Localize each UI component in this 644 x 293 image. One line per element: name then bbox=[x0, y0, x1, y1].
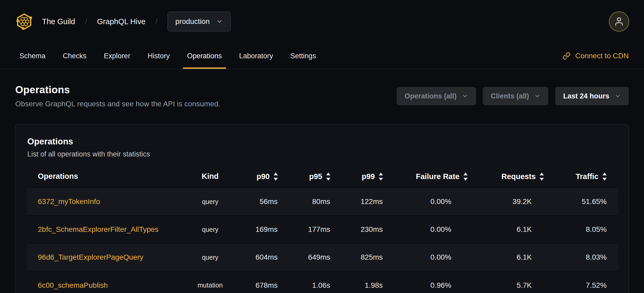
chevron-down-icon bbox=[615, 93, 621, 99]
tab-operations[interactable]: Operations bbox=[183, 43, 226, 69]
breadcrumb-separator: / bbox=[156, 18, 158, 26]
cell-p95: 649ms bbox=[278, 243, 330, 271]
user-icon bbox=[614, 17, 624, 27]
table-header-row: Operations Kind p90 p95 p99 Failure Rate… bbox=[27, 165, 618, 188]
col-header-traffic[interactable]: Traffic bbox=[544, 165, 618, 188]
cell-p99: 230ms bbox=[330, 216, 383, 243]
top-header: The Guild / GraphQL Hive / production bbox=[0, 0, 644, 43]
sort-arrows-icon[interactable] bbox=[463, 172, 468, 181]
col-label: p90 bbox=[257, 172, 270, 181]
tab-checks[interactable]: Checks bbox=[59, 43, 91, 69]
cell-p95: 80ms bbox=[278, 188, 330, 216]
tab-schema[interactable]: Schema bbox=[15, 43, 50, 69]
tab-settings[interactable]: Settings bbox=[286, 43, 320, 69]
clients-filter-dropdown[interactable]: Clients (all) bbox=[483, 87, 549, 105]
period-label: Last 24 hours bbox=[563, 92, 609, 100]
breadcrumb-org[interactable]: The Guild bbox=[42, 17, 75, 26]
cell-p90: 604ms bbox=[236, 243, 278, 271]
operation-link[interactable]: 2bfc_SchemaExplorerFilter_AllTypes bbox=[38, 225, 159, 233]
main-nav: Schema Checks Explorer History Operation… bbox=[0, 43, 644, 69]
operation-link[interactable]: 6c00_schemaPublish bbox=[38, 281, 108, 289]
cell-traffic: 51.65% bbox=[544, 188, 618, 216]
cell-requests: 6.1K bbox=[468, 243, 544, 271]
cell-requests: 6.1K bbox=[468, 216, 544, 243]
page-subtitle: Observe GraphQL requests and see how the… bbox=[15, 100, 220, 108]
table-row: 6372_myTokenInfo query 56ms 80ms 122ms 0… bbox=[27, 188, 618, 216]
operations-card: Operations List of all operations with t… bbox=[15, 124, 629, 293]
clients-filter-label: Clients (all) bbox=[491, 92, 529, 100]
col-header-p99[interactable]: p99 bbox=[330, 165, 383, 188]
col-header-p95[interactable]: p95 bbox=[278, 165, 330, 188]
connect-cdn-link[interactable]: Connect to CDN bbox=[563, 43, 629, 69]
operation-link[interactable]: 96d6_TargetExplorerPageQuery bbox=[38, 253, 144, 261]
sort-arrows-icon[interactable] bbox=[602, 172, 607, 181]
cell-requests: 39.2K bbox=[468, 188, 544, 216]
cell-traffic: 8.03% bbox=[544, 243, 618, 271]
card-subtitle: List of all operations with their statis… bbox=[27, 150, 617, 158]
cell-kind: query bbox=[185, 216, 236, 243]
col-label: p95 bbox=[309, 172, 322, 181]
tab-history[interactable]: History bbox=[144, 43, 174, 69]
cell-failure-rate: 0.00% bbox=[383, 188, 468, 216]
cell-failure-rate: 0.00% bbox=[383, 243, 468, 271]
cell-p99: 825ms bbox=[330, 243, 383, 271]
user-avatar[interactable] bbox=[609, 11, 629, 32]
breadcrumb: The Guild / GraphQL Hive / production bbox=[42, 12, 231, 32]
cell-p95: 177ms bbox=[278, 216, 330, 243]
sort-arrows-icon[interactable] bbox=[379, 172, 383, 181]
operations-table: Operations Kind p90 p95 p99 Failure Rate… bbox=[27, 165, 618, 293]
breadcrumb-project[interactable]: GraphQL Hive bbox=[97, 17, 145, 26]
connect-cdn-label: Connect to CDN bbox=[575, 52, 629, 60]
page-title-block: Operations Observe GraphQL requests and … bbox=[15, 84, 220, 108]
cell-kind: query bbox=[185, 188, 236, 216]
table-row: 6c00_schemaPublish mutation 678ms 1.06s … bbox=[27, 271, 618, 293]
cell-p99: 122ms bbox=[330, 188, 383, 216]
chevron-down-icon bbox=[534, 93, 540, 99]
target-selector-value: production bbox=[175, 17, 210, 26]
page-header: Operations Observe GraphQL requests and … bbox=[15, 84, 629, 108]
cell-p90: 56ms bbox=[236, 188, 278, 216]
period-dropdown[interactable]: Last 24 hours bbox=[555, 87, 629, 105]
link-icon bbox=[563, 52, 570, 60]
cell-requests: 5.7K bbox=[468, 271, 544, 293]
cell-p90: 169ms bbox=[236, 216, 278, 243]
cell-p95: 1.06s bbox=[278, 271, 330, 293]
sort-arrows-icon[interactable] bbox=[274, 172, 278, 181]
col-header-failure-rate[interactable]: Failure Rate bbox=[383, 165, 468, 188]
card-title: Operations bbox=[27, 137, 617, 146]
operations-filter-dropdown[interactable]: Operations (all) bbox=[397, 87, 476, 105]
tab-laboratory[interactable]: Laboratory bbox=[235, 43, 277, 69]
cell-traffic: 8.05% bbox=[544, 216, 618, 243]
col-header-operations: Operations bbox=[27, 165, 185, 188]
cell-kind: mutation bbox=[185, 271, 236, 293]
sort-arrows-icon[interactable] bbox=[540, 172, 544, 181]
page-title: Operations bbox=[15, 84, 220, 96]
chevron-down-icon bbox=[462, 93, 468, 99]
sort-arrows-icon[interactable] bbox=[326, 172, 330, 181]
cell-failure-rate: 0.00% bbox=[383, 216, 468, 243]
operation-link[interactable]: 6372_myTokenInfo bbox=[38, 197, 100, 206]
hive-logo-icon[interactable] bbox=[15, 12, 33, 31]
breadcrumb-separator: / bbox=[85, 18, 87, 26]
chevron-down-icon bbox=[216, 18, 223, 25]
cell-traffic: 7.52% bbox=[544, 271, 618, 293]
col-header-kind: Kind bbox=[185, 165, 236, 188]
table-row: 96d6_TargetExplorerPageQuery query 604ms… bbox=[27, 243, 618, 271]
cell-kind: query bbox=[185, 243, 236, 271]
cell-p99: 1.98s bbox=[330, 271, 383, 293]
col-label: Traffic bbox=[576, 172, 599, 181]
filter-bar: Operations (all) Clients (all) Last 24 h… bbox=[397, 87, 629, 105]
col-label: Failure Rate bbox=[416, 172, 459, 181]
col-header-requests[interactable]: Requests bbox=[468, 165, 544, 188]
col-label: Requests bbox=[501, 172, 536, 181]
col-header-p90[interactable]: p90 bbox=[236, 165, 278, 188]
cell-failure-rate: 0.96% bbox=[383, 271, 468, 293]
cell-p90: 678ms bbox=[236, 271, 278, 293]
operations-filter-label: Operations (all) bbox=[405, 92, 457, 100]
tab-explorer[interactable]: Explorer bbox=[100, 43, 135, 69]
target-selector[interactable]: production bbox=[167, 12, 231, 32]
col-label: p99 bbox=[362, 172, 375, 181]
table-row: 2bfc_SchemaExplorerFilter_AllTypes query… bbox=[27, 216, 618, 243]
